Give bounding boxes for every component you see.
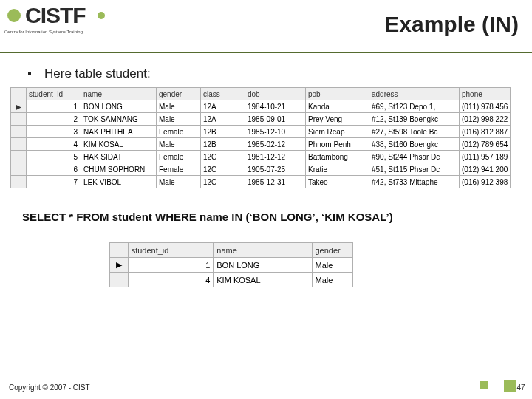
- col-class: class: [201, 88, 245, 100]
- row-selector-header: [11, 88, 27, 100]
- row-selector-icon: ▶: [110, 258, 129, 273]
- page-number: 47: [514, 383, 528, 392]
- table-header-row: student_id name gender: [110, 243, 353, 258]
- result-table: student_id name gender ▶1BON LONGMale 4K…: [109, 242, 353, 287]
- slide-content: Here table student: student_id name gend…: [0, 53, 532, 287]
- slide-footer: Copyright © 2007 - CIST 47: [0, 378, 532, 393]
- col-gender: gender: [157, 88, 201, 100]
- table-row: 4KIM KOSALMale: [110, 273, 353, 287]
- bullet-item: Here table student:: [28, 66, 517, 81]
- result-table-wrap: student_id name gender ▶1BON LONGMale 4K…: [109, 242, 353, 287]
- logo-subtitle: Centre for Information Systems Training: [4, 30, 83, 34]
- table-row: 4KIM KOSALMale12B1985-02-12Phnom Penh#38…: [11, 138, 511, 151]
- col-phone: phone: [460, 88, 511, 100]
- col-student-id: student_id: [128, 243, 214, 258]
- logo-text: CISTF: [25, 3, 86, 28]
- col-pob: pob: [306, 88, 369, 100]
- bullet-text: Here table student:: [44, 66, 151, 81]
- col-gender: gender: [312, 243, 353, 258]
- table-row: 3NAK PHITHEAFemale12B1985-12-10Siem Reap…: [11, 126, 511, 138]
- table-row: 5HAK SIDATFemale12C1981-12-12Battambong#…: [11, 151, 511, 163]
- table-row: ▶1BON LONGMale12A1984-10-21Kanda#69, St1…: [11, 100, 511, 113]
- footer-square-icon: [480, 381, 488, 389]
- row-selector-header: [110, 243, 129, 258]
- col-address: address: [369, 88, 460, 100]
- sql-statement: SELECT * FROM student WHERE name IN (‘BO…: [22, 211, 517, 223]
- col-name: name: [214, 243, 312, 258]
- student-table: student_id name gender class dob pob add…: [10, 87, 511, 188]
- copyright-text: Copyright © 2007 - CIST: [9, 383, 90, 392]
- table-row: 7LEK VIBOLMale12C1985-12-31Takeo#42, St7…: [11, 176, 511, 188]
- slide-title: Example (IN): [384, 12, 519, 37]
- col-dob: dob: [245, 88, 306, 100]
- bullet-dot-icon: [28, 72, 31, 75]
- row-selector-icon: ▶: [11, 100, 27, 113]
- table-row: 6CHUM SOPHORNFemale12C1905-07-25Kratie#5…: [11, 163, 511, 176]
- slide-header: CISTF Centre for Information Systems Tra…: [0, 0, 532, 53]
- logo: CISTF Centre for Information Systems Tra…: [4, 3, 130, 46]
- table-header-row: student_id name gender class dob pob add…: [11, 88, 511, 100]
- col-name: name: [81, 88, 157, 100]
- col-student-id: student_id: [27, 88, 81, 100]
- table-row: 2TOK SAMNANGMale12A1985-09-01Prey Veng#1…: [11, 113, 511, 126]
- table-row: ▶1BON LONGMale: [110, 258, 353, 273]
